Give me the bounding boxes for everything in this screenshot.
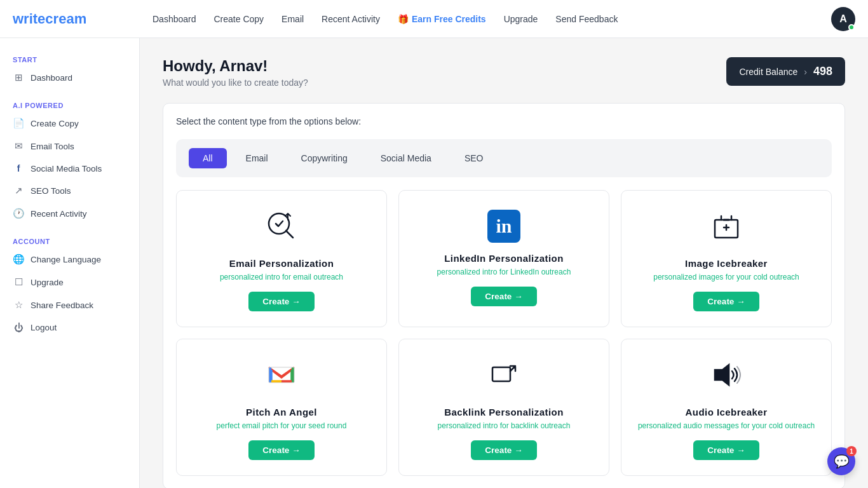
card-backlink-btn[interactable]: Create → xyxy=(471,440,536,460)
sidebar-item-change-language[interactable]: 🌐 Change Language xyxy=(0,248,139,271)
sidebar-label-social-media-tools: Social Media Tools xyxy=(31,164,102,173)
filter-email[interactable]: Email xyxy=(232,148,282,168)
user-avatar[interactable]: A xyxy=(831,7,855,31)
sidebar-section-account: Account xyxy=(0,233,139,248)
language-icon: 🌐 xyxy=(13,254,24,265)
main-content: Howdy, Arnav! What would you like to cre… xyxy=(140,38,868,488)
sidebar-label-seo-tools: SEO Tools xyxy=(31,186,71,196)
sidebar-section-start: Start xyxy=(0,51,139,66)
sidebar-label-create-copy: Create Copy xyxy=(31,119,79,128)
card-linkedin-title: LinkedIn Personalization xyxy=(444,253,564,264)
brand-part2: cream xyxy=(45,11,86,27)
sidebar-label-recent-activity: Recent Activity xyxy=(31,209,87,219)
card-image-icebreaker-title: Image Icebreaker xyxy=(685,258,768,269)
linkedin-icon: in xyxy=(487,210,520,243)
card-linkedin-personalization: in LinkedIn Personalization personalized… xyxy=(398,190,609,327)
greeting-subtitle: What would you like to create today? xyxy=(163,78,308,88)
card-audio-icebreaker-btn[interactable]: Create → xyxy=(693,440,759,460)
sidebar: Start ⊞ Dashboard A.I Powered 📄 Create C… xyxy=(0,38,140,488)
credit-arrow: › xyxy=(804,67,807,77)
email-tools-icon: ✉ xyxy=(13,140,24,152)
filter-social-media[interactable]: Social Media xyxy=(367,148,445,168)
card-linkedin-btn[interactable]: Create → xyxy=(471,287,536,306)
pitch-angel-icon xyxy=(265,358,298,396)
card-audio-icebreaker-title: Audio Icebreaker xyxy=(686,407,768,417)
brand-part1: write xyxy=(13,11,45,27)
card-audio-icebreaker-sub: personalized audio messages for your col… xyxy=(638,421,815,430)
sidebar-item-recent-activity[interactable]: 🕐 Recent Activity xyxy=(0,202,139,225)
card-pitch-an-angel: Pitch An Angel perfect email pitch for y… xyxy=(176,339,387,476)
topnav-right: A xyxy=(831,7,855,31)
sidebar-label-share-feedback: Share Feedback xyxy=(31,301,93,310)
sidebar-label-dashboard: Dashboard xyxy=(31,73,72,83)
nav-email[interactable]: Email xyxy=(281,14,304,24)
chat-icon: 💬 xyxy=(834,454,850,469)
cards-grid: Email Personalization personalized intro… xyxy=(176,190,832,476)
nav-create-copy[interactable]: Create Copy xyxy=(214,14,264,24)
filter-all[interactable]: All xyxy=(189,148,227,168)
sidebar-item-logout[interactable]: ⏻ Logout xyxy=(0,316,139,339)
sidebar-label-email-tools: Email Tools xyxy=(31,142,74,151)
dashboard-icon: ⊞ xyxy=(13,72,24,83)
social-media-icon: f xyxy=(13,163,24,173)
sidebar-item-email-tools[interactable]: ✉ Email Tools xyxy=(0,135,139,158)
main-header: Howdy, Arnav! What would you like to cre… xyxy=(163,57,845,88)
card-email-personalization: Email Personalization personalized intro… xyxy=(176,190,387,327)
sidebar-item-create-copy[interactable]: 📄 Create Copy xyxy=(0,112,139,135)
card-audio-icebreaker: Audio Icebreaker personalized audio mess… xyxy=(621,339,832,476)
card-pitch-angel-sub: perfect email pitch for your seed round xyxy=(217,421,347,430)
gift-nav-icon: 🎁 xyxy=(398,14,409,24)
sidebar-item-dashboard[interactable]: ⊞ Dashboard xyxy=(0,66,139,89)
logout-icon: ⏻ xyxy=(13,322,24,333)
sidebar-label-change-language: Change Language xyxy=(31,255,101,264)
online-indicator xyxy=(848,24,855,30)
nav-recent-activity[interactable]: Recent Activity xyxy=(322,14,380,24)
svg-marker-11 xyxy=(715,365,729,385)
share-feedback-icon: ☆ xyxy=(13,299,24,311)
upgrade-icon: ☐ xyxy=(13,276,24,288)
chat-bubble[interactable]: 💬 1 xyxy=(827,447,855,475)
card-email-personalization-title: Email Personalization xyxy=(229,258,334,269)
filter-seo[interactable]: SEO xyxy=(451,148,498,168)
card-image-icebreaker-sub: personalized images for your cold outrea… xyxy=(653,273,799,281)
audio-icebreaker-icon xyxy=(710,358,743,396)
email-personalization-icon xyxy=(265,210,298,248)
sidebar-label-upgrade: Upgrade xyxy=(31,278,64,287)
seo-tools-icon: ↗ xyxy=(13,185,24,196)
card-email-personalization-btn[interactable]: Create → xyxy=(248,292,314,311)
card-pitch-angel-btn[interactable]: Create → xyxy=(248,440,314,460)
nav-upgrade[interactable]: Upgrade xyxy=(504,14,538,24)
card-backlink-personalization: Backlink Personalization personalized in… xyxy=(398,339,609,476)
sidebar-label-logout: Logout xyxy=(31,323,57,332)
credit-value: 498 xyxy=(813,65,832,78)
card-email-personalization-sub: personalized intro for email outreach xyxy=(220,273,343,281)
nav-earn-free-credits[interactable]: 🎁 Earn Free Credits xyxy=(398,14,486,24)
card-image-icebreaker-btn[interactable]: Create → xyxy=(693,292,759,311)
sidebar-item-upgrade[interactable]: ☐ Upgrade xyxy=(0,271,139,294)
topnav: writecream Dashboard Create Copy Email R… xyxy=(0,0,868,38)
card-linkedin-sub: personalized intro for LinkedIn outreach xyxy=(437,268,571,276)
nav-dashboard[interactable]: Dashboard xyxy=(153,14,196,24)
sidebar-item-seo-tools[interactable]: ↗ SEO Tools xyxy=(0,179,139,202)
content-area: Select the content type from the options… xyxy=(163,103,845,488)
filter-copywriting[interactable]: Copywriting xyxy=(287,148,362,168)
image-icebreaker-icon xyxy=(710,210,743,248)
svg-rect-10 xyxy=(492,367,510,381)
sidebar-section-ai: A.I Powered xyxy=(0,97,139,112)
card-pitch-angel-title: Pitch An Angel xyxy=(246,407,317,417)
nav-links: Dashboard Create Copy Email Recent Activ… xyxy=(153,14,831,24)
recent-activity-icon: 🕐 xyxy=(13,208,24,219)
credit-label: Credit Balance xyxy=(739,67,797,77)
brand-logo[interactable]: writecream xyxy=(13,11,153,27)
nav-send-feedback[interactable]: Send Feedback xyxy=(555,14,618,24)
chat-badge: 1 xyxy=(846,446,857,456)
create-copy-icon: 📄 xyxy=(13,118,24,129)
sidebar-item-social-media-tools[interactable]: f Social Media Tools xyxy=(0,158,139,179)
sidebar-item-share-feedback[interactable]: ☆ Share Feedback xyxy=(0,294,139,316)
card-image-icebreaker: Image Icebreaker personalized images for… xyxy=(621,190,832,327)
content-type-label: Select the content type from the options… xyxy=(176,116,832,126)
card-backlink-sub: personalized intro for backlink outreach xyxy=(438,421,571,430)
app-layout: Start ⊞ Dashboard A.I Powered 📄 Create C… xyxy=(0,38,868,488)
backlink-icon xyxy=(487,358,520,396)
credit-balance-badge[interactable]: Credit Balance › 498 xyxy=(726,57,845,86)
